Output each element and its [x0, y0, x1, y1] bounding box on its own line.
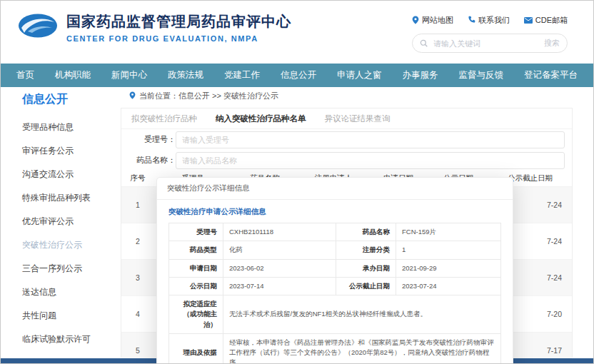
detail-row: 公示日期 2023-07-14 公示截止日期 2023-07-24 — [169, 277, 501, 295]
row-number: 1 — [121, 201, 154, 209]
detail-row: 理由及依据 经审核，本申请符合《药品注册管理办法》和《国家药监局关于发布突破性治… — [169, 333, 501, 364]
sidebar-item-accepted-products[interactable]: 受理品种信息 — [22, 116, 114, 139]
field-label: 药品名称 — [336, 223, 396, 241]
sidebar-item-breakthrough-therapy[interactable]: 突破性治疗公示 — [22, 233, 114, 257]
field-value: 2023-06-02 — [223, 259, 336, 277]
nav-item-info-disclosure[interactable]: 信息公开 — [281, 69, 316, 81]
site-header: 国家药品监督管理局药品审评中心 CENTER FOR DRUG EVALUATI… — [1, 1, 593, 64]
logo-block: 国家药品监督管理局药品审评中心 CENTER FOR DRUG EVALUATI… — [18, 11, 291, 43]
sidebar-item-three-in-one[interactable]: 三合一序列公示 — [22, 257, 114, 280]
field-label: 理由及依据 — [169, 333, 223, 364]
sidebar-item-clinical-trial-license[interactable]: 临床试验默示许可 — [22, 328, 114, 351]
site-titles: 国家药品监督管理局药品审评中心 CENTER FOR DRUG EVALUATI… — [66, 12, 291, 43]
main-nav: 首页 机构职能 新闻中心 政策法规 党建工作 信息公开 申请人之窗 办事服务 监… — [1, 64, 593, 87]
breadcrumb: 当前位置：信息公开 >> 突破性治疗公示 — [129, 91, 278, 101]
nav-item-news[interactable]: 新闻中心 — [111, 69, 147, 81]
field-value: CXHB2101118 — [223, 223, 336, 241]
field-value: 无法手术或术后残留/复发的NF1相关的丛状神经纤维瘤成人患者。 — [223, 295, 501, 334]
drug-name-label: 药品名称： — [129, 155, 176, 166]
row-number: 3 — [121, 273, 154, 282]
search-input[interactable] — [432, 39, 540, 49]
map-pin-icon — [412, 16, 419, 26]
nav-item-policies[interactable]: 政策法规 — [168, 69, 203, 81]
sitemap-label: 网站地图 — [422, 15, 453, 26]
filter-row-acceptance-number: 受理号： — [121, 129, 572, 150]
sidebar-item-special-approval-list[interactable]: 特殊审批品种列表 — [22, 186, 114, 210]
search-button[interactable]: 搜索 — [544, 38, 560, 49]
contact-link[interactable]: 联系我们 — [468, 15, 510, 26]
nav-item-applicant-window[interactable]: 申请人之窗 — [337, 69, 382, 81]
sidebar-item-review-tasks[interactable]: 审评任务公示 — [22, 139, 114, 163]
acceptance-number-input[interactable] — [176, 131, 565, 148]
nav-item-services[interactable]: 办事服务 — [403, 69, 438, 81]
sidebar-item-common-issues[interactable]: 共性问题 — [22, 304, 114, 328]
cde-mail-label: CDE邮箱 — [535, 15, 568, 26]
modal-title: 突破性治疗公示详细信息 — [157, 178, 513, 200]
tab-bar: 拟突破性治疗品种 纳入突破性治疗品种名单 异议论证结果查询 — [121, 108, 572, 129]
field-value: 2021-09-29 — [396, 259, 501, 277]
tab-proposed-breakthrough[interactable]: 拟突破性治疗品种 — [131, 113, 197, 124]
nav-item-organization[interactable]: 机构职能 — [55, 69, 91, 81]
header-right: 网站地图 联系我们 CDE邮箱 — [412, 15, 568, 53]
nav-item-registration-platform[interactable]: 登记备案平台 — [524, 69, 578, 81]
detail-row: 申请日期 2023-06-02 承办日期 2021-09-29 — [169, 259, 501, 277]
detail-row: 药品类型 化药 注册分类 1 — [169, 241, 501, 259]
row-number: 5 — [121, 346, 154, 355]
modal-body: 突破性治疗申请公示详细信息 受理号 CXHB2101118 药品名称 FCN-1… — [157, 200, 513, 364]
drug-name-input[interactable] — [176, 152, 565, 169]
field-value: 经审核，本申请符合《药品注册管理办法》和《国家药监局关于发布突破性治疗药物审评工… — [223, 333, 501, 364]
field-label: 拟定适应症（或功能主治） — [169, 295, 223, 334]
field-label: 注册分类 — [336, 241, 396, 259]
field-value: 化药 — [223, 241, 336, 259]
detail-row: 受理号 CXHB2101118 药品名称 FCN-159片 — [169, 223, 501, 241]
field-value: FCN-159片 — [396, 223, 501, 241]
col-header-index: 序号 — [121, 173, 154, 183]
detail-row: 拟定适应症（或功能主治） 无法手术或术后残留/复发的NF1相关的丛状神经纤维瘤成… — [169, 295, 501, 334]
sidebar-item-priority-review[interactable]: 优先审评公示 — [22, 210, 114, 233]
tab-included-breakthrough-list[interactable]: 纳入突破性治疗品种名单 — [216, 113, 306, 124]
sidebar-title: 信息公开 — [22, 92, 114, 107]
search-bar: 搜索 — [412, 34, 568, 53]
detail-modal: 突破性治疗公示详细信息 突破性治疗申请公示详细信息 受理号 CXHB210111… — [156, 177, 513, 364]
field-label: 申请日期 — [169, 259, 223, 277]
row-number: 4 — [121, 310, 154, 318]
nav-item-home[interactable]: 首页 — [16, 69, 34, 81]
sitemap-link[interactable]: 网站地图 — [412, 15, 453, 26]
detail-table: 受理号 CXHB2101118 药品名称 FCN-159片 药品类型 化药 注册… — [168, 223, 501, 364]
row-number: 2 — [121, 237, 154, 246]
filter-row-drug-name: 药品名称： — [121, 150, 572, 171]
nav-item-supervision-feedback[interactable]: 监督与反馈 — [459, 69, 504, 81]
site-title: 国家药品监督管理局药品审评中心 — [66, 12, 291, 31]
nav-item-party-building[interactable]: 党建工作 — [224, 69, 260, 81]
field-label: 承办日期 — [336, 259, 396, 277]
search-icon — [420, 37, 428, 50]
field-value: 2023-07-14 — [223, 277, 336, 295]
sidebar: 信息公开 受理品种信息 审评任务公示 沟通交流公示 特殊审批品种列表 优先审评公… — [22, 92, 114, 364]
field-label: 公示日期 — [169, 277, 223, 295]
breadcrumb-label: 当前位置：信息公开 >> 突破性治疗公示 — [139, 91, 278, 101]
field-label: 药品类型 — [169, 241, 223, 259]
field-value: 2023-07-24 — [396, 277, 501, 295]
field-value: 1 — [396, 241, 501, 259]
sidebar-item-delivery-info[interactable]: 送达信息 — [22, 280, 114, 304]
acceptance-number-label: 受理号： — [129, 134, 176, 145]
mail-icon — [524, 16, 533, 25]
cde-mail-link[interactable]: CDE邮箱 — [524, 15, 568, 26]
modal-section-title: 突破性治疗申请公示详细信息 — [168, 207, 501, 217]
site-subtitle: CENTER FOR DRUG EVALUATION, NMPA — [66, 34, 291, 43]
page: 国家药品监督管理局药品审评中心 CENTER FOR DRUG EVALUATI… — [0, 0, 594, 364]
tab-objection-results[interactable]: 异议论证结果查询 — [325, 113, 391, 124]
quick-links: 网站地图 联系我们 CDE邮箱 — [412, 15, 568, 26]
sidebar-item-communication[interactable]: 沟通交流公示 — [22, 163, 114, 186]
field-label: 公示截止日期 — [336, 277, 396, 295]
phone-icon — [468, 16, 475, 25]
breadcrumb-pin-icon — [129, 91, 136, 101]
cde-logo-icon — [18, 11, 58, 43]
contact-label: 联系我们 — [478, 15, 510, 26]
field-label: 受理号 — [169, 223, 223, 241]
